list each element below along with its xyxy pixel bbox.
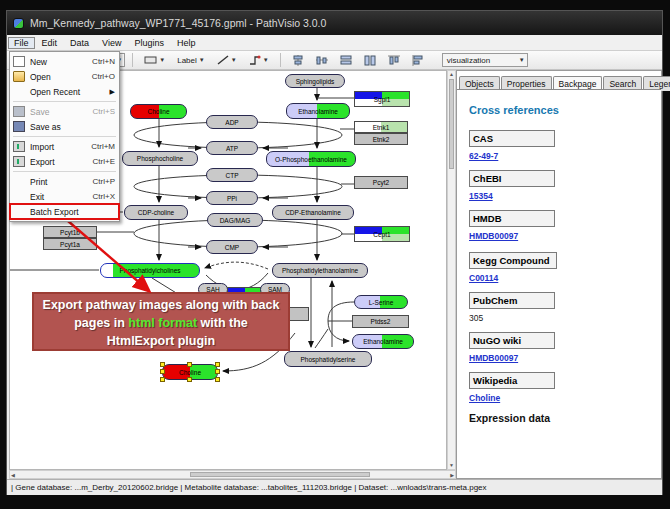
pathway-node-etnk1[interactable]: Etnk1 bbox=[354, 121, 408, 133]
menu-item-shortcut: Ctrl+O bbox=[92, 72, 115, 81]
toolbar-separator bbox=[280, 53, 281, 67]
selection-handle[interactable] bbox=[160, 377, 165, 382]
file-menu: NewCtrl+NOpenCtrl+OOpen Recent▶SaveCtrl+… bbox=[9, 51, 120, 222]
pathway-node-cmp[interactable]: CMP bbox=[206, 240, 258, 254]
align-center-button[interactable] bbox=[288, 53, 308, 68]
xref-link[interactable]: Choline bbox=[469, 393, 661, 403]
menu-data[interactable]: Data bbox=[64, 37, 95, 49]
menu-view[interactable]: View bbox=[96, 37, 127, 49]
pathway-node-choline[interactable]: Choline bbox=[130, 104, 187, 119]
match-height-button[interactable] bbox=[360, 53, 380, 68]
xref-link[interactable]: HMDB00097 bbox=[469, 231, 661, 241]
selection-handle[interactable] bbox=[160, 369, 165, 374]
pathway-node-label: ATP bbox=[226, 145, 238, 152]
pathway-node-phosphatidylethanolamine[interactable]: Phosphatidylethanolamine bbox=[272, 263, 368, 278]
xref-value: 305 bbox=[469, 313, 661, 323]
menu-plugins[interactable]: Plugins bbox=[128, 37, 170, 49]
menu-separator bbox=[13, 136, 116, 137]
xref-link[interactable]: HMDB00097 bbox=[469, 353, 661, 363]
file-menu-item-export[interactable]: ExportCtrl+E bbox=[10, 154, 119, 169]
chevron-down-icon: ▼ bbox=[513, 57, 525, 63]
scroll-down-icon[interactable]: ▼ bbox=[449, 462, 454, 469]
xref-section-hmdb: HMDBHMDB00097 bbox=[469, 210, 661, 241]
pathway-node-sgpl1[interactable]: Sgpl1 bbox=[354, 91, 410, 107]
pathway-node-pcyt2[interactable]: Pcyt2 bbox=[354, 176, 408, 189]
selection-handle[interactable] bbox=[160, 362, 165, 367]
file-menu-item-save[interactable]: SaveCtrl+S bbox=[10, 104, 119, 119]
chevron-down-icon: ▼ bbox=[231, 57, 237, 63]
pathway-node-cept1[interactable]: Cept1 bbox=[354, 226, 410, 242]
new-connector-button[interactable]: ▼ bbox=[245, 53, 273, 68]
pathway-node-unlabeled[interactable] bbox=[287, 307, 309, 321]
menu-edit[interactable]: Edit bbox=[36, 37, 64, 49]
new-line-button[interactable]: ▼ bbox=[213, 53, 241, 68]
pathway-node-l-serine[interactable]: L-Serine bbox=[354, 295, 408, 309]
selection-handle[interactable] bbox=[215, 377, 220, 382]
selection-handle[interactable] bbox=[187, 362, 192, 367]
selection-handle[interactable] bbox=[215, 362, 220, 367]
horizontal-scroll-thumb[interactable] bbox=[190, 472, 370, 477]
pathway-node-adp[interactable]: ADP bbox=[206, 115, 258, 129]
file-menu-item-print[interactable]: PrintCtrl+P bbox=[10, 174, 119, 189]
callout-line-2: pages in html format with the bbox=[34, 314, 288, 332]
pathway-node-label: Sphingolipids bbox=[296, 78, 335, 85]
vertical-scrollbar[interactable]: ▲ ▼ bbox=[447, 70, 456, 470]
pathway-node-label: Choline bbox=[179, 369, 201, 376]
scroll-right-icon[interactable]: ▶ bbox=[450, 472, 454, 479]
menu-help[interactable]: Help bbox=[171, 37, 202, 49]
xref-database-name: Wikipedia bbox=[469, 372, 555, 389]
pathway-node-ppi[interactable]: PPi bbox=[206, 191, 258, 205]
pathway-node-etnk2[interactable]: Etnk2 bbox=[354, 133, 408, 145]
callout-highlight-text: html format bbox=[128, 316, 197, 330]
pathway-node-cdp-choline[interactable]: CDP-choline bbox=[124, 205, 188, 220]
file-menu-item-batch-export[interactable]: Batch Export bbox=[10, 204, 119, 219]
cross-references-heading: Cross references bbox=[469, 104, 661, 116]
align-top-button[interactable] bbox=[384, 53, 404, 68]
line-tool-icon bbox=[217, 55, 229, 65]
pathway-node-ethanolamine[interactable]: Ethanolamine bbox=[286, 103, 350, 119]
pathway-node-label: ADP bbox=[225, 119, 238, 126]
match-width-button[interactable] bbox=[336, 53, 356, 68]
pathway-node-dag-mag[interactable]: DAG/MAG bbox=[207, 213, 263, 227]
vertical-scroll-thumb[interactable] bbox=[449, 79, 454, 169]
horizontal-scrollbar[interactable]: ◀ ▶ bbox=[9, 470, 456, 479]
new-datanode-button[interactable]: ▼ bbox=[140, 53, 169, 68]
export-icon bbox=[13, 156, 25, 167]
pathway-node-phosphocholine[interactable]: Phosphocholine bbox=[122, 151, 198, 166]
file-menu-item-open[interactable]: OpenCtrl+O bbox=[10, 69, 119, 84]
pathway-node-label: CDP-choline bbox=[138, 209, 175, 216]
xref-link[interactable]: 62-49-7 bbox=[469, 151, 661, 161]
align-middle-button[interactable] bbox=[312, 53, 332, 68]
pathway-node-pcyt1a[interactable]: Pcyt1a bbox=[43, 238, 97, 250]
pathway-node-phosphatidylcholines[interactable]: Phosphatidylcholines bbox=[100, 263, 200, 278]
scroll-left-icon[interactable]: ◀ bbox=[11, 472, 15, 479]
pathway-node-cdp-ethanolamine[interactable]: CDP-Ethanolamine bbox=[272, 205, 354, 220]
pathway-node-o-phosphoethanolamine[interactable]: O-Phosphoethanolamine bbox=[266, 151, 356, 167]
pathway-node-ctp[interactable]: CTP bbox=[206, 168, 258, 182]
visualization-value: visualization bbox=[447, 56, 491, 65]
selection-handle[interactable] bbox=[187, 377, 192, 382]
pathway-node-pcyt1b[interactable]: Pcyt1b bbox=[43, 226, 97, 238]
menu-item-shortcut: Ctrl+N bbox=[92, 57, 115, 66]
pathway-node-ptdss2[interactable]: Ptdss2 bbox=[352, 315, 409, 328]
save-as-icon bbox=[13, 121, 25, 132]
file-menu-item-new[interactable]: NewCtrl+N bbox=[10, 54, 119, 69]
file-menu-item-open-recent[interactable]: Open Recent▶ bbox=[10, 84, 119, 99]
scroll-up-icon[interactable]: ▲ bbox=[449, 71, 454, 78]
file-menu-item-exit[interactable]: ExitCtrl+X bbox=[10, 189, 119, 204]
new-label-button[interactable]: Label ▼ bbox=[173, 53, 209, 68]
selection-handle[interactable] bbox=[215, 369, 220, 374]
xref-link[interactable]: 15354 bbox=[469, 191, 661, 201]
align-left-button[interactable] bbox=[408, 53, 428, 68]
pathway-node-choline[interactable]: Choline bbox=[162, 364, 218, 380]
xref-link[interactable]: C00114 bbox=[469, 273, 661, 283]
pathway-node-sphingolipids[interactable]: Sphingolipids bbox=[285, 74, 345, 88]
menu-file[interactable]: File bbox=[8, 37, 35, 49]
visualization-combobox[interactable]: visualization ▼ bbox=[442, 53, 528, 67]
file-menu-item-save-as[interactable]: Save as bbox=[10, 119, 119, 134]
pathway-node-phosphatidylserine[interactable]: Phosphatidylserine bbox=[284, 351, 372, 367]
pathway-node-atp[interactable]: ATP bbox=[206, 141, 258, 155]
pathway-node-ethanolamine[interactable]: Ethanolamine bbox=[352, 334, 414, 349]
file-menu-item-import[interactable]: ImportCtrl+M bbox=[10, 139, 119, 154]
xref-database-name: Kegg Compound bbox=[469, 252, 557, 269]
